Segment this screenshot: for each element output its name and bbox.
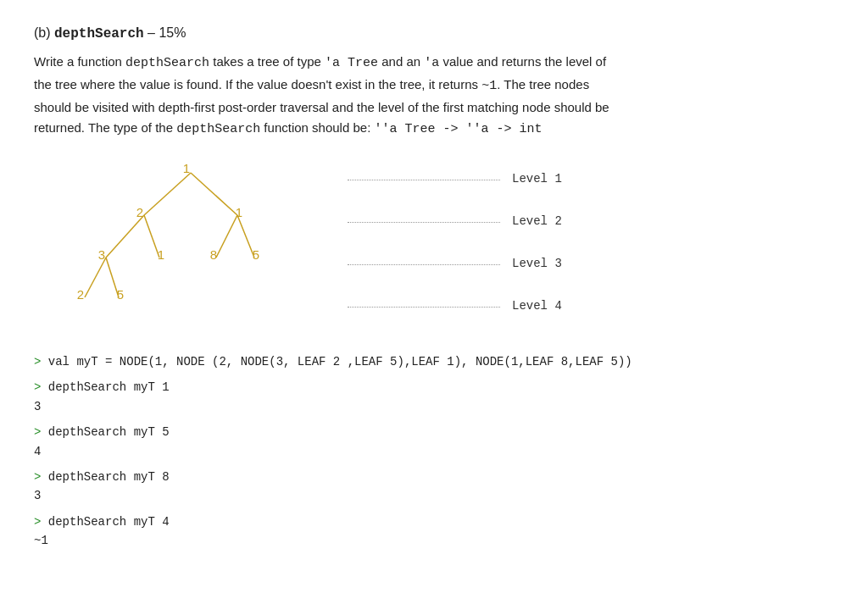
repl-cmd-3: depthSearch myT 4 <box>48 515 170 529</box>
section-title: (b) depthSearch – 15% <box>34 25 834 42</box>
repl-output-0: 3 <box>34 397 834 416</box>
repl-output-3: ~1 <box>34 531 834 550</box>
description: Write a function depthSearch takes a tre… <box>34 52 834 141</box>
level-label-1: Level 1 <box>512 172 562 186</box>
level-label-4: Level 4 <box>512 299 562 313</box>
svg-text:1: 1 <box>158 247 164 262</box>
level-label-2: Level 2 <box>512 214 562 228</box>
svg-line-1 <box>191 173 237 215</box>
desc-line4: returned. The type of the depthSearch fu… <box>34 120 542 135</box>
tree-visual: 1 2 1 3 1 8 5 2 5 <box>51 158 305 327</box>
repl-cmd-0: depthSearch myT 1 <box>48 380 170 394</box>
desc-line2: the tree where the value is found. If th… <box>34 77 589 91</box>
repl-block-1: > depthSearch myT 5 4 <box>34 423 834 461</box>
level-row-4: Level 4 <box>348 286 562 325</box>
repl-val-code: val myT = NODE(1, NODE (2, NODE(3, LEAF … <box>48 355 632 369</box>
tree-svg: 1 2 1 3 1 8 5 2 5 <box>51 158 322 327</box>
dotted-line-3 <box>348 264 500 265</box>
svg-text:2: 2 <box>136 205 143 219</box>
repl-block-0: > depthSearch myT 1 3 <box>34 378 834 416</box>
neg1-code: ~1 <box>481 79 497 93</box>
svg-text:2: 2 <box>77 287 84 302</box>
func-name-inline2: depthSearch <box>176 122 260 136</box>
repl-val-line: > val myT = NODE(1, NODE (2, NODE(3, LEA… <box>34 352 834 371</box>
repl-val-block: > val myT = NODE(1, NODE (2, NODE(3, LEA… <box>34 352 834 371</box>
repl-prompt-val: > <box>34 355 41 369</box>
dotted-line-2 <box>348 222 500 223</box>
repl-prompt-line-2: > depthSearch myT 8 <box>34 468 834 486</box>
svg-text:1: 1 <box>183 161 190 175</box>
level-labels: Level 1 Level 2 Level 3 Level 4 <box>348 158 562 327</box>
level-row-2: Level 2 <box>348 202 562 241</box>
svg-text:8: 8 <box>210 247 217 262</box>
function-name: depthSearch <box>54 26 144 42</box>
dotted-line-4 <box>348 307 500 308</box>
repl-prompt-line-0: > depthSearch myT 1 <box>34 378 834 396</box>
repl-prompt-line-3: > depthSearch myT 4 <box>34 513 834 531</box>
level-row-1: Level 1 <box>348 159 562 198</box>
svg-text:1: 1 <box>236 205 242 219</box>
type-a-tree: 'a Tree <box>325 56 378 70</box>
svg-text:3: 3 <box>98 247 105 262</box>
dotted-line-1 <box>348 180 500 180</box>
repl-output-2: 3 <box>34 486 834 505</box>
desc-line1: Write a function depthSearch takes a tre… <box>34 54 606 69</box>
repl-output-1: 4 <box>34 442 834 461</box>
svg-line-2 <box>106 215 144 258</box>
section-label: (b) <box>34 25 51 40</box>
repl-cmd-1: depthSearch myT 5 <box>48 425 170 439</box>
tree-diagram-area: 1 2 1 3 1 8 5 2 5 Level 1 Level 2 Level … <box>51 158 834 327</box>
svg-text:5: 5 <box>117 287 124 302</box>
desc-line3: should be visited with depth-first post-… <box>34 100 609 114</box>
svg-line-4 <box>85 258 106 297</box>
repl-prompt-line-1: > depthSearch myT 5 <box>34 423 834 441</box>
section-subtitle: – 15% <box>147 25 186 40</box>
type-a-val: 'a <box>424 56 439 70</box>
repl-cmd-2: depthSearch myT 8 <box>48 470 170 484</box>
func-name-inline: depthSearch <box>125 56 209 70</box>
svg-line-0 <box>144 173 191 215</box>
repl-area: > val myT = NODE(1, NODE (2, NODE(3, LEA… <box>34 352 834 551</box>
svg-text:5: 5 <box>253 247 259 262</box>
level-row-3: Level 3 <box>348 244 562 283</box>
repl-block-3: > depthSearch myT 4 ~1 <box>34 513 834 551</box>
type-signature: ''a Tree -> ''a -> int <box>374 122 542 136</box>
repl-block-2: > depthSearch myT 8 3 <box>34 468 834 506</box>
level-label-3: Level 3 <box>512 257 562 270</box>
svg-line-6 <box>216 215 237 258</box>
